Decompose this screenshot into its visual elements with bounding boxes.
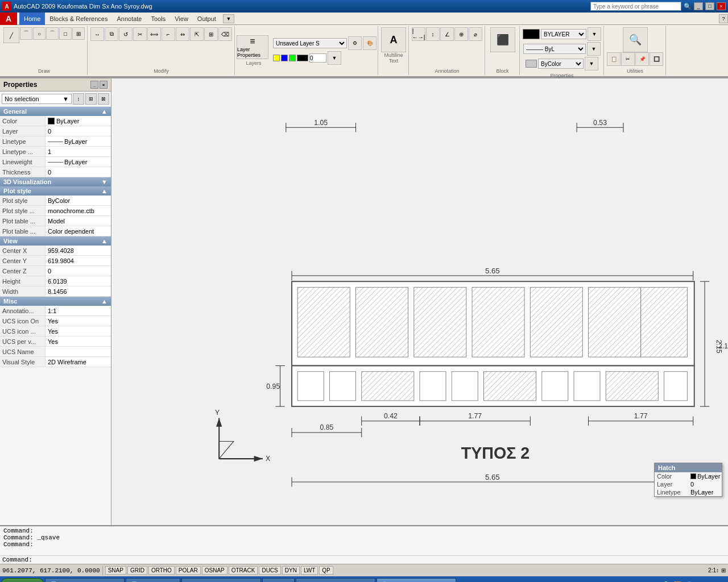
prop-linetype-value[interactable]: ——— ByLayer [46, 136, 111, 146]
taskbar-item-6[interactable]: 🔧 AutoCAD 2009 - [Kou... [377, 578, 456, 582]
rect-tool[interactable]: □ [59, 27, 72, 40]
copy-tool[interactable]: ⧉ [105, 27, 118, 41]
erase-tool[interactable]: ⌫ [218, 27, 232, 41]
menu-view[interactable]: View [170, 13, 193, 25]
prop-height-value[interactable]: 6.0139 [46, 276, 111, 286]
taskbar-item-4[interactable]: 📁 Foto [262, 578, 295, 582]
dim-tool5[interactable]: ⌀ [469, 27, 482, 41]
taskbar-item-5[interactable]: 🖼 DSC03611 - Πρόγρα... [296, 578, 375, 582]
layer-num-input[interactable] [309, 53, 326, 63]
layer-properties-button[interactable]: ≡ Layer Properties [237, 35, 268, 59]
taskbar-item-1[interactable]: 📄 Type1 κούφωμα.odt ... [45, 578, 125, 582]
taskbar-item-3[interactable]: 📁 Σχολείο Ano Syroy lep... [181, 578, 261, 582]
prop-ucsname-value[interactable] [46, 347, 111, 356]
util-icon2[interactable]: ✂ [621, 52, 635, 66]
maximize-button[interactable]: □ [705, 2, 714, 10]
menu-blocks[interactable]: Blocks & References [45, 13, 112, 25]
block-insert-tool[interactable]: ⬛ [490, 27, 515, 52]
prop-color-value[interactable]: ByLayer [46, 116, 111, 126]
prop-ucsper-value[interactable]: Yes [46, 336, 111, 346]
prop-thick-value[interactable]: 0 [46, 167, 111, 177]
dim-tool4[interactable]: ⊕ [454, 27, 468, 41]
prop-ucsi-value[interactable]: Yes [46, 326, 111, 336]
minimize-button[interactable]: _ [694, 2, 703, 10]
array-tool[interactable]: ⊞ [204, 27, 218, 41]
menu-annotate[interactable]: Annotate [112, 13, 146, 25]
canvas-area[interactable]: 1.05 0.53 5.65 [111, 78, 728, 525]
polar-button[interactable]: POLAR [176, 566, 201, 575]
dyn-button[interactable]: DYN [282, 566, 300, 575]
properties-close[interactable]: × [100, 81, 107, 89]
bylayer-dropdown[interactable]: BYLAYER [541, 29, 586, 39]
grid-button[interactable]: GRID [127, 566, 147, 575]
start-button[interactable]: ⊞ έναρξη [1, 578, 44, 582]
bylayer-expand[interactable]: ▼ [588, 27, 601, 41]
snap-button[interactable]: SNAP [105, 566, 126, 575]
dim-tool2[interactable]: ↕ [426, 27, 440, 41]
otrack-button[interactable]: OTRACK [229, 566, 258, 575]
menu-tools[interactable]: Tools [147, 13, 171, 25]
lineweight-expand[interactable]: ▼ [585, 57, 598, 70]
taskbar-item-2[interactable]: 📄 ΤΥ ΠΡΕΚΑΣ [126, 578, 180, 582]
plotstyle-section-header[interactable]: Plot style ▲ [0, 186, 111, 196]
prop-cz-value[interactable]: 0 [46, 266, 111, 276]
properties-minimize[interactable]: _ [90, 81, 98, 89]
prop-ucson-value[interactable]: Yes [46, 316, 111, 326]
fillet-tool[interactable]: ⌐ [162, 27, 175, 41]
search-icon[interactable]: 🔍 [684, 3, 692, 10]
general-section-header[interactable]: General ▲ [0, 107, 111, 116]
prop-btn-1[interactable]: ↕ [73, 93, 84, 105]
close-button[interactable]: × [717, 2, 726, 10]
prop-width-value[interactable]: 8.1456 [46, 286, 111, 296]
move-tool[interactable]: ↔ [90, 27, 104, 41]
view-section-header[interactable]: View ▲ [0, 236, 111, 246]
prop-cy-value[interactable]: 619.9804 [46, 256, 111, 265]
prop-cx-value[interactable]: 959.4028 [46, 246, 111, 255]
linetype-expand[interactable]: ▼ [587, 42, 601, 56]
prop-psname-value[interactable]: monochrome.ctb [46, 206, 111, 215]
lineweight-dropdown[interactable]: ByColor [538, 59, 584, 69]
polyline-tool[interactable]: ⌒ [20, 27, 32, 40]
dim-linear-tool[interactable]: |←→| [412, 27, 425, 41]
command-input[interactable] [35, 556, 726, 563]
linetype-dropdown[interactable]: ——— ByL [523, 44, 586, 54]
expand-menu-button[interactable]: ▼ [223, 14, 234, 23]
line-tool[interactable]: ╱ [3, 27, 19, 43]
ortho-button[interactable]: ORTHO [148, 566, 175, 575]
prop-lw-value[interactable]: ——— ByLayer [46, 157, 111, 167]
dim-tool3[interactable]: ∠ [440, 27, 454, 41]
menu-output[interactable]: Output [193, 13, 221, 25]
prop-btn-2[interactable]: ⊞ [85, 93, 97, 105]
prop-ps-value[interactable]: ByColor [46, 196, 111, 205]
prop-ptdep-value[interactable]: Color dependent [46, 226, 111, 236]
misc-section-header[interactable]: Misc ▲ [0, 297, 111, 306]
lwt-button[interactable]: LWT [301, 566, 318, 575]
prop-btn-3[interactable]: ⊠ [98, 93, 109, 105]
util-icon1[interactable]: 📋 [607, 52, 621, 66]
prop-ltscale-value[interactable]: 1 [46, 147, 111, 156]
arc-tool[interactable]: ⌒ [46, 27, 59, 40]
circle-tool[interactable]: ○ [33, 27, 46, 40]
osnap-button[interactable]: OSNAP [202, 566, 228, 575]
scale-tool[interactable]: ⇱ [190, 27, 204, 41]
layer-settings-icon[interactable]: ⚙ [348, 36, 362, 50]
zoom-extents-tool[interactable]: 🔍 [623, 27, 648, 52]
trim-tool[interactable]: ✂ [133, 27, 147, 41]
rotate-tool[interactable]: ↺ [119, 27, 133, 41]
stretch-tool[interactable]: ⇔ [176, 27, 189, 41]
multiline-text-button[interactable]: A [381, 27, 406, 52]
qp-button[interactable]: QP [319, 566, 333, 575]
util-icon3[interactable]: 📌 [635, 52, 649, 66]
prop-ann-value[interactable]: 1:1 [46, 306, 111, 315]
autocad-logo[interactable]: A [0, 13, 17, 25]
visualization-section-header[interactable]: 3D Visualization ▼ [0, 177, 111, 186]
layer-icon-extra[interactable]: ▼ [328, 51, 341, 65]
mirror-tool[interactable]: ⟺ [147, 27, 161, 41]
search-input[interactable] [590, 2, 681, 11]
layer-color-icon[interactable]: 🎨 [363, 36, 377, 50]
util-icon4[interactable]: 🔲 [650, 52, 663, 66]
prop-layer-value[interactable]: 0 [46, 126, 111, 136]
prop-vs-value[interactable]: 2D Wireframe [46, 357, 111, 367]
prop-ptable-value[interactable]: Model [46, 216, 111, 226]
hatch-tool[interactable]: ⊞ [72, 27, 85, 40]
